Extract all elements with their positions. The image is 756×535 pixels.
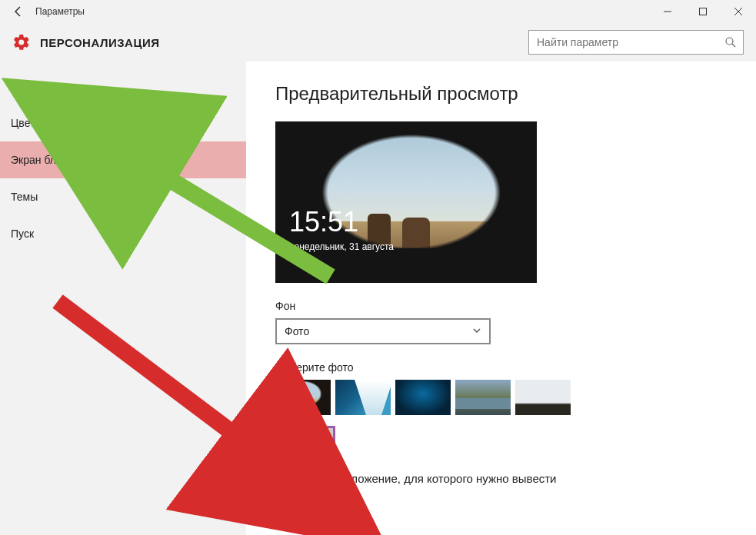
preview-heading: Предварительный просмотр	[275, 83, 756, 105]
background-dropdown[interactable]: Фото	[275, 318, 491, 344]
gear-icon	[12, 33, 31, 52]
sidebar-item-label: Фон	[11, 80, 31, 92]
content: Предварительный просмотр 15:51 понедельн…	[246, 61, 756, 535]
lock-time: 15:51	[289, 206, 358, 238]
sidebar-item-start[interactable]: Пуск	[0, 215, 246, 252]
photo-thumb[interactable]	[275, 380, 331, 415]
window-controls	[650, 0, 756, 23]
page-title: ПЕРСОНАЛИЗАЦИЯ	[40, 36, 528, 49]
minimize-button[interactable]	[650, 0, 685, 23]
photo-thumb[interactable]	[455, 380, 511, 415]
lock-date: понедельник, 31 августа	[289, 241, 394, 252]
sidebar-item-lockscreen[interactable]: Экран блокировки	[0, 141, 246, 178]
choose-photo-label: Выберите фото	[275, 361, 756, 374]
titlebar: Параметры	[0, 0, 756, 23]
svg-point-4	[726, 38, 733, 45]
sidebar-item-themes[interactable]: Темы	[0, 178, 246, 215]
sidebar-item-background[interactable]: Фон	[0, 68, 246, 105]
svg-line-5	[732, 44, 735, 47]
chevron-down-icon	[472, 326, 481, 337]
browse-button[interactable]: Обзор	[275, 426, 335, 452]
photo-thumbnails	[275, 380, 756, 415]
photo-thumb[interactable]	[515, 380, 571, 415]
search-box[interactable]	[528, 30, 744, 55]
svg-rect-1	[700, 8, 707, 15]
maximize-button[interactable]	[685, 0, 721, 23]
sidebar: Фон Цвета Экран блокировки Темы Пуск	[0, 61, 246, 535]
background-label: Фон	[275, 300, 756, 312]
header: ПЕРСОНАЛИЗАЦИЯ	[0, 23, 756, 61]
photo-thumb[interactable]	[335, 380, 391, 415]
sidebar-item-label: Темы	[11, 191, 38, 203]
sidebar-item-label: Экран блокировки	[11, 154, 102, 166]
photo-thumb[interactable]	[395, 380, 451, 415]
sidebar-item-colors[interactable]: Цвета	[0, 105, 246, 141]
search-icon[interactable]	[718, 36, 743, 48]
sidebar-item-label: Пуск	[11, 228, 34, 240]
lockscreen-preview: 15:51 понедельник, 31 августа	[275, 121, 537, 283]
back-button[interactable]	[6, 0, 31, 23]
close-button[interactable]	[721, 0, 756, 23]
app-section-text: Выберите приложение, для которого нужно …	[275, 472, 756, 485]
sidebar-item-label: Цвета	[11, 117, 41, 129]
window-title: Параметры	[31, 6, 650, 17]
search-input[interactable]	[529, 36, 718, 48]
dropdown-value: Фото	[285, 325, 309, 337]
